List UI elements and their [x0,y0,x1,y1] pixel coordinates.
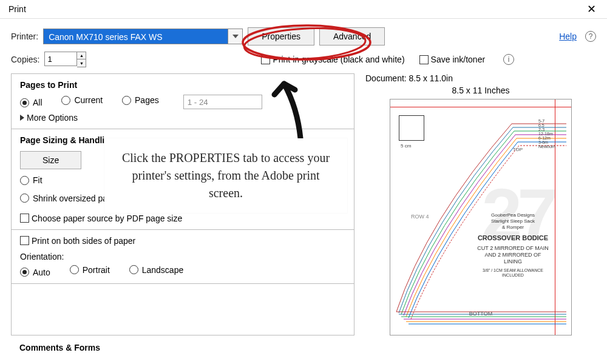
size-tab[interactable]: Size [20,151,81,169]
advanced-button[interactable]: Advanced [319,27,385,46]
preview-size-label: 8.5 x 11 Inches [365,86,596,95]
svg-text:2-3: 2-3 [538,127,544,132]
radio-pages[interactable]: Pages [122,95,159,105]
grayscale-checkbox[interactable]: Print in grayscale (black and white) [261,55,404,64]
help-icon[interactable]: ? [585,31,596,42]
pages-range-input[interactable] [183,95,262,109]
spinner-down-icon[interactable]: ▼ [77,59,86,67]
pages-heading: Pages to Print [20,80,345,90]
pattern-row-label: ROW 4 [411,214,429,220]
radio-current[interactable]: Current [61,95,103,105]
saveink-checkbox[interactable]: Save ink/toner [419,55,486,64]
copies-spinner[interactable]: ▲ ▼ [77,52,86,67]
radio-all[interactable]: All [20,98,42,107]
pattern-info: GooberPea Designs Starlight Sleep Sack &… [476,212,549,278]
svg-text:6.5: 6.5 [538,123,544,127]
grayscale-label: Print in grayscale (black and white) [273,55,404,64]
titlebar: Print ✕ [0,0,607,19]
saveink-label: Save ink/toner [431,55,486,64]
pattern-bottom-label: BOTTOM [390,311,571,317]
printer-label: Printer: [11,32,38,41]
radio-portrait[interactable]: Portrait [70,265,110,275]
svg-text:12-18m: 12-18m [538,132,553,136]
radio-landscape[interactable]: Landscape [129,265,184,275]
window-title: Print [8,4,26,14]
orientation-label: Orientation: [20,252,345,261]
svg-text:6-12m: 6-12m [538,136,551,140]
printer-select-value[interactable]: Canon MX710 series FAX WS [43,29,228,44]
svg-text:3-6m: 3-6m [538,140,548,144]
help-link[interactable]: Help [559,32,577,41]
svg-text:Newborn: Newborn [538,144,555,149]
comments-heading: Comments & Forms [11,343,596,352]
properties-button[interactable]: Properties [248,27,314,46]
spinner-up-icon[interactable]: ▲ [77,52,86,59]
print-preview: 27 5 cm [390,99,572,335]
svg-text:5-7: 5-7 [538,119,544,123]
pattern-top-label: TOP [513,147,523,152]
radio-fit[interactable]: Fit [20,175,42,185]
triangle-right-icon [20,115,24,121]
copies-label: Copies: [11,55,39,64]
printer-dropdown-button[interactable] [228,29,243,44]
duplex-checkbox[interactable]: Print on both sides of paper [20,236,345,246]
more-options-toggle[interactable]: More Options [20,113,345,123]
close-icon[interactable]: ✕ [583,4,600,15]
info-icon[interactable]: i [503,54,514,65]
chevron-down-icon [232,35,239,38]
annotation-text: Click the PROPERTIES tab to access your … [104,138,347,213]
document-size-label: Document: 8.5 x 11.0in [365,73,596,83]
choose-paper-checkbox[interactable]: Choose paper source by PDF page size [20,214,345,223]
radio-auto[interactable]: Auto [20,268,50,277]
copies-input[interactable] [44,52,77,66]
